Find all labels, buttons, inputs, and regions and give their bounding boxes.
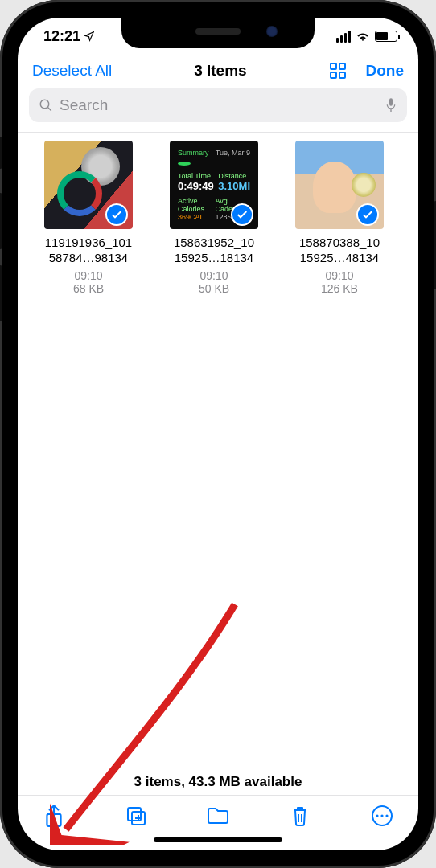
location-icon xyxy=(84,31,95,42)
workout-value: 0:49:49 xyxy=(178,180,214,192)
svg-rect-6 xyxy=(389,98,393,105)
svg-point-17 xyxy=(380,814,383,817)
selected-checkmark-icon xyxy=(105,203,128,226)
selected-checkmark-icon xyxy=(231,203,253,226)
file-name: 58784…98134 xyxy=(32,251,145,266)
svg-rect-1 xyxy=(339,63,345,69)
search-input[interactable]: Search xyxy=(29,88,407,122)
file-item[interactable]: 119191936_101 58784…98134 09:10 68 KB xyxy=(32,141,145,295)
workout-value: 369CAL xyxy=(178,213,204,221)
file-name: 158870388_10 xyxy=(299,235,380,249)
file-grid: 119191936_101 58784…98134 09:10 68 KB Su… xyxy=(18,133,418,766)
file-name: 15925…18134 xyxy=(158,251,270,266)
file-time: 09:10 xyxy=(32,269,145,282)
nav-bar: Deselect All 3 Items Done xyxy=(18,55,418,88)
delete-button[interactable] xyxy=(286,802,314,829)
page-title: 3 Items xyxy=(194,62,246,80)
view-grid-button[interactable] xyxy=(328,61,348,80)
svg-line-5 xyxy=(47,107,51,111)
dictation-icon[interactable] xyxy=(385,97,397,113)
move-folder-button[interactable] xyxy=(204,802,232,829)
done-button[interactable]: Done xyxy=(365,62,404,80)
file-name: 15925…48134 xyxy=(283,251,396,266)
more-button[interactable] xyxy=(368,802,396,829)
battery-icon xyxy=(375,31,397,42)
file-item[interactable]: Summary Tue, Mar 9 Total Time0:49:49Dist… xyxy=(158,141,270,295)
home-indicator[interactable] xyxy=(154,837,282,842)
wifi-icon xyxy=(356,31,370,42)
file-name: 158631952_10 xyxy=(174,235,254,249)
workout-label: Distance xyxy=(218,172,246,180)
notch xyxy=(121,18,315,48)
share-button[interactable] xyxy=(40,802,68,829)
svg-point-16 xyxy=(376,814,378,817)
file-thumbnail xyxy=(295,141,384,229)
workout-value: 3.10MI xyxy=(218,180,250,192)
side-silent-switch xyxy=(0,137,2,169)
cellular-icon xyxy=(336,31,351,43)
bottom-toolbar xyxy=(18,795,418,833)
storage-status: 3 items, 43.3 MB available xyxy=(18,766,418,795)
file-thumbnail xyxy=(44,141,133,229)
svg-rect-3 xyxy=(339,72,345,78)
side-volume-down xyxy=(0,265,2,321)
file-item[interactable]: 158870388_10 15925…48134 09:10 126 KB xyxy=(283,141,396,295)
search-placeholder: Search xyxy=(60,96,378,114)
search-icon xyxy=(39,98,53,113)
status-time: 12:21 xyxy=(43,28,80,45)
side-volume-up xyxy=(0,193,2,249)
file-thumbnail: Summary Tue, Mar 9 Total Time0:49:49Dist… xyxy=(170,141,258,229)
svg-rect-0 xyxy=(331,63,336,69)
file-name: 119191936_101 xyxy=(45,235,132,249)
svg-rect-2 xyxy=(331,72,336,78)
file-time: 09:10 xyxy=(283,269,396,282)
duplicate-button[interactable] xyxy=(122,802,150,829)
file-size: 126 KB xyxy=(283,282,396,295)
file-size: 50 KB xyxy=(158,282,270,295)
workout-label: Active Calories xyxy=(178,197,204,213)
phone-frame: 12:21 Deselect All 3 Items Done xyxy=(0,0,436,868)
file-time: 09:10 xyxy=(158,269,270,282)
svg-point-18 xyxy=(385,814,388,817)
workout-label: Total Time xyxy=(178,172,211,180)
workout-date: Tue, Mar 9 xyxy=(216,149,250,157)
deselect-all-button[interactable]: Deselect All xyxy=(32,62,112,80)
selected-checkmark-icon xyxy=(356,203,379,226)
file-size: 68 KB xyxy=(32,282,145,295)
run-icon xyxy=(178,162,191,166)
workout-label: Summary xyxy=(178,149,209,157)
svg-point-4 xyxy=(40,100,49,108)
